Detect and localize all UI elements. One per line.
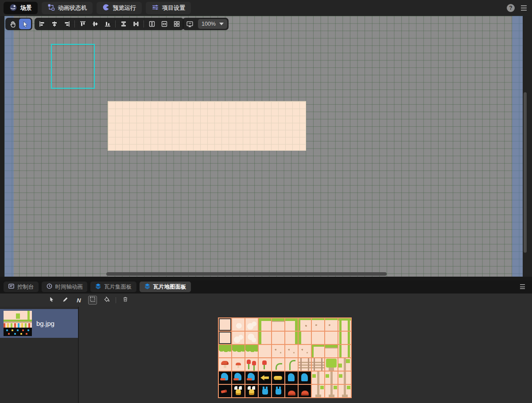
tile-1-8[interactable] (325, 332, 338, 344)
tilemap-object[interactable] (108, 101, 306, 151)
tile-4-2[interactable] (245, 372, 258, 384)
tile-0-9[interactable] (338, 318, 351, 331)
tile-2-0[interactable] (219, 345, 231, 357)
fit-width-button[interactable] (158, 19, 170, 29)
align-top-button[interactable] (77, 19, 89, 29)
tile-2-7[interactable] (312, 345, 324, 357)
tile-0-6[interactable] (299, 318, 311, 331)
help-icon[interactable]: ? (507, 4, 515, 12)
canvas-bottom-rail (0, 277, 532, 280)
tile-0-0[interactable] (219, 318, 231, 331)
clock-icon (46, 283, 53, 291)
tile-0-1[interactable] (232, 318, 245, 331)
tile-4-4[interactable] (272, 372, 284, 384)
tab-timeline-animation[interactable]: 时间轴动画 (42, 282, 88, 292)
tile-2-6[interactable] (299, 345, 311, 357)
tab-scene[interactable]: 场景 (4, 2, 38, 14)
tile-5-8[interactable] (325, 385, 338, 397)
tile-4-6[interactable] (299, 372, 311, 384)
tile-3-0[interactable] (219, 358, 231, 371)
tile-3-6[interactable] (299, 358, 311, 371)
panel-menu-icon[interactable] (520, 284, 525, 289)
tile-4-5[interactable] (285, 372, 298, 384)
vertical-scrollbar[interactable] (524, 92, 527, 253)
tilemap-delete-tool[interactable] (121, 296, 130, 305)
tile-5-0[interactable] (219, 385, 231, 397)
selection-box[interactable] (51, 44, 95, 89)
tile-5-5[interactable] (285, 385, 298, 397)
tile-3-7[interactable] (312, 358, 324, 371)
tile-1-1[interactable] (232, 332, 245, 344)
tile-1-9[interactable] (338, 332, 351, 344)
tile-5-9[interactable] (338, 385, 351, 397)
tab-tileset-panel[interactable]: 瓦片集面板 (90, 282, 136, 292)
tile-5-4[interactable] (272, 385, 284, 397)
tile-4-9[interactable] (338, 372, 351, 384)
horizontal-scrollbar[interactable] (106, 272, 387, 276)
tile-2-9[interactable] (338, 345, 351, 357)
zoom-level-value: 100% (202, 21, 216, 27)
tile-5-1[interactable] (232, 385, 245, 397)
tile-0-8[interactable] (325, 318, 338, 331)
tile-5-7[interactable] (312, 385, 324, 397)
tile-0-2[interactable] (245, 318, 258, 331)
tile-1-0[interactable] (219, 332, 231, 344)
asset-item-bg[interactable]: bg.jpg (0, 309, 78, 338)
tile-0-4[interactable] (272, 318, 284, 331)
tile-2-1[interactable] (232, 345, 245, 357)
tile-1-2[interactable] (245, 332, 258, 344)
align-left-button[interactable] (36, 19, 48, 29)
tab-preview-run[interactable]: 预览运行 (97, 2, 142, 14)
tile-3-5[interactable] (285, 358, 298, 371)
distribute-horizontal-button[interactable] (130, 19, 142, 29)
tab-project-settings[interactable]: 项目设置 (146, 2, 191, 14)
tile-4-3[interactable] (259, 372, 271, 384)
align-right-button[interactable] (61, 19, 73, 29)
screen-fit-button[interactable] (184, 19, 196, 29)
tile-1-7[interactable] (312, 332, 324, 344)
tile-4-8[interactable] (325, 372, 338, 384)
tile-1-3[interactable] (259, 332, 271, 344)
tile-2-8[interactable] (325, 345, 338, 357)
tile-3-2[interactable] (245, 358, 258, 371)
tab-console[interactable]: 控制台 (4, 282, 39, 292)
tile-4-0[interactable] (219, 372, 231, 384)
tile-1-4[interactable] (272, 332, 284, 344)
tile-2-3[interactable] (259, 345, 271, 357)
align-bottom-button[interactable] (101, 19, 113, 29)
tile-3-1[interactable] (232, 358, 245, 371)
tile-5-2[interactable] (245, 385, 258, 397)
menu-icon[interactable] (521, 5, 527, 11)
tile-5-3[interactable] (259, 385, 271, 397)
distribute-vertical-button[interactable] (117, 19, 129, 29)
hand-tool-button[interactable] (7, 19, 19, 29)
tab-animation-state-machine[interactable]: 动画状态机 (42, 2, 93, 14)
tilemap-rect-select-tool[interactable] (88, 296, 97, 305)
tilemap-fill-tool[interactable] (102, 296, 111, 305)
align-center-vertical-button[interactable] (89, 19, 101, 29)
tab-tilemap-panel[interactable]: 瓦片地图面板 (140, 282, 191, 292)
align-center-horizontal-button[interactable] (48, 19, 60, 29)
tile-1-5[interactable] (285, 332, 298, 344)
tile-4-7[interactable] (312, 372, 324, 384)
zoom-level-dropdown[interactable]: 100% (198, 19, 227, 29)
tile-3-4[interactable] (272, 358, 284, 371)
tilemap-line-tool[interactable]: N (74, 296, 83, 305)
tile-2-5[interactable] (285, 345, 298, 357)
tile-4-1[interactable] (232, 372, 245, 384)
tile-3-3[interactable] (259, 358, 271, 371)
tilemap-pencil-tool[interactable] (61, 296, 70, 305)
fit-height-button[interactable] (146, 19, 158, 29)
tile-5-6[interactable] (299, 385, 311, 397)
tile-0-7[interactable] (312, 318, 324, 331)
tile-0-5[interactable] (285, 318, 298, 331)
tilemap-select-tool[interactable] (47, 296, 56, 305)
tile-1-6[interactable] (299, 332, 311, 344)
tile-3-8[interactable] (325, 358, 338, 371)
tile-2-2[interactable] (245, 345, 258, 357)
tile-2-4[interactable] (272, 345, 284, 357)
tile-0-3[interactable] (259, 318, 271, 331)
arrange-grid-button[interactable] (171, 19, 183, 29)
select-tool-button[interactable] (19, 19, 31, 29)
tile-3-9[interactable] (338, 358, 351, 371)
